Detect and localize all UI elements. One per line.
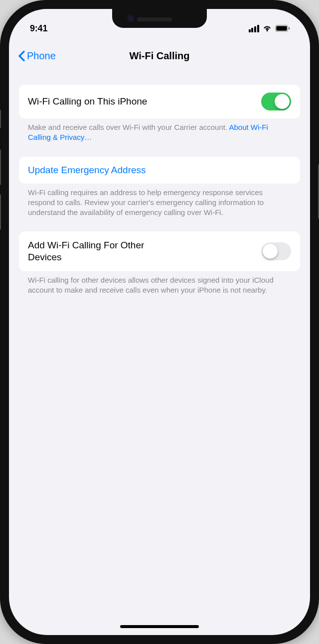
mute-switch xyxy=(0,109,1,128)
update-emergency-address-button[interactable]: Update Emergency Address xyxy=(19,157,300,184)
footer-text: Wi-Fi calling requires an address to hel… xyxy=(28,188,264,217)
link-row-label: Update Emergency Address xyxy=(28,165,146,175)
toggle-wifi-calling-this-iphone[interactable] xyxy=(261,93,291,110)
row-wifi-calling-this-iphone[interactable]: Wi-Fi Calling on This iPhone xyxy=(19,85,300,118)
footer-text: Make and receive calls over Wi-Fi with y… xyxy=(28,123,229,131)
page-title: Wi-Fi Calling xyxy=(130,50,190,62)
volume-up-button xyxy=(0,149,1,185)
group-footer: Make and receive calls over Wi-Fi with y… xyxy=(19,118,300,143)
content: Wi-Fi Calling on This iPhone Make and re… xyxy=(9,68,310,297)
svg-rect-2 xyxy=(289,27,290,30)
group-footer: Wi-Fi calling for other devices allows o… xyxy=(19,271,300,296)
card: Add Wi-Fi Calling For Other Devices xyxy=(19,231,300,271)
screen: 9:41 Phone Wi-Fi Calling xyxy=(9,9,310,635)
card: Update Emergency Address xyxy=(19,157,300,184)
wifi-icon xyxy=(262,25,272,32)
battery-icon xyxy=(275,25,290,32)
cellular-icon xyxy=(249,25,259,32)
group-emergency-address: Update Emergency Address Wi-Fi calling r… xyxy=(19,157,300,218)
nav-bar: Phone Wi-Fi Calling xyxy=(9,44,310,68)
back-button[interactable]: Phone xyxy=(18,50,56,62)
device-frame: 9:41 Phone Wi-Fi Calling xyxy=(0,0,319,644)
notch xyxy=(112,9,207,28)
row-label: Wi-Fi Calling on This iPhone xyxy=(28,96,154,107)
row-wifi-calling-other-devices[interactable]: Add Wi-Fi Calling For Other Devices xyxy=(19,231,300,271)
status-time: 9:41 xyxy=(30,23,47,34)
toggle-knob xyxy=(263,244,278,259)
toggle-knob xyxy=(275,94,290,109)
svg-rect-1 xyxy=(276,26,287,31)
home-indicator[interactable] xyxy=(120,625,199,628)
back-label: Phone xyxy=(27,50,56,62)
group-other-devices: Add Wi-Fi Calling For Other Devices Wi-F… xyxy=(19,231,300,295)
volume-down-button xyxy=(0,194,1,230)
status-right xyxy=(249,25,290,32)
chevron-left-icon xyxy=(18,50,25,61)
group-footer: Wi-Fi calling requires an address to hel… xyxy=(19,184,300,218)
footer-text: Wi-Fi calling for other devices allows o… xyxy=(28,276,274,294)
group-wifi-calling-this-iphone: Wi-Fi Calling on This iPhone Make and re… xyxy=(19,85,300,143)
card: Wi-Fi Calling on This iPhone xyxy=(19,85,300,118)
toggle-wifi-calling-other-devices[interactable] xyxy=(261,242,291,260)
row-label: Add Wi-Fi Calling For Other Devices xyxy=(28,239,177,263)
